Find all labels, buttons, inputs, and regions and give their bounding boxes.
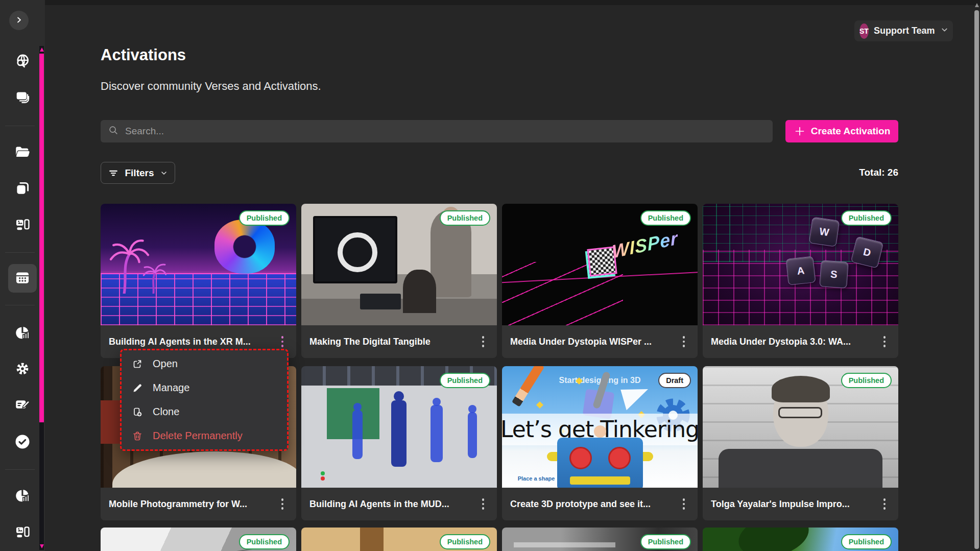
check-circle-icon bbox=[13, 433, 32, 452]
shelf-art bbox=[101, 400, 122, 444]
activation-card[interactable]: Published bbox=[703, 528, 898, 551]
context-menu: Open Manage Clone Delete Permanently bbox=[120, 349, 289, 451]
stacked-cards-icon bbox=[14, 89, 31, 108]
status-badge: Draft bbox=[658, 373, 691, 388]
create-activation-button[interactable]: Create Activation bbox=[785, 120, 898, 142]
sidebar-item-collections[interactable] bbox=[12, 179, 33, 199]
trash-icon bbox=[131, 430, 144, 442]
card-title: Media Under Dystopia WISPer ... bbox=[510, 337, 676, 347]
context-menu-item-delete[interactable]: Delete Permanently bbox=[122, 424, 287, 448]
card-footer: Media Under Dystopia 3.0: WA... bbox=[703, 325, 898, 358]
filters-label: Filters bbox=[125, 167, 154, 179]
sidebar-item-analytics[interactable] bbox=[12, 323, 33, 344]
user-menu[interactable]: ST Support Team bbox=[854, 20, 953, 41]
page-title: Activations bbox=[101, 46, 186, 64]
axis-marker-art bbox=[321, 476, 325, 481]
card-menu-button[interactable] bbox=[676, 331, 691, 352]
chevron-right-icon bbox=[15, 16, 23, 26]
sidebar-item-reports[interactable] bbox=[12, 486, 33, 507]
page-scrollbar-thumb[interactable] bbox=[974, 10, 979, 549]
sidebar bbox=[0, 0, 45, 551]
status-badge: Published bbox=[440, 373, 490, 388]
folder-open-icon bbox=[14, 143, 31, 162]
activation-card[interactable]: Published bbox=[502, 528, 698, 551]
robot-art bbox=[557, 438, 643, 488]
card-footer: Mobile Photogrammetry for W... bbox=[101, 488, 296, 520]
pie-chart-bars-icon bbox=[14, 324, 31, 343]
wisper-art-text: WISPer bbox=[611, 227, 679, 263]
chevron-down-icon bbox=[160, 169, 168, 177]
gear-icon bbox=[14, 360, 31, 379]
activation-card[interactable]: Start designing in 3D Let’s get Tinkerin… bbox=[502, 366, 698, 520]
card-footer: Media Under Dystopia WISPer ... bbox=[502, 325, 698, 358]
pie-chart-bars-icon bbox=[14, 487, 31, 506]
sidebar-item-gallery[interactable] bbox=[12, 523, 33, 543]
card-menu-button[interactable] bbox=[275, 493, 290, 515]
keycap-art: A bbox=[785, 256, 816, 285]
card-title: Building AI Agents in the XR M... bbox=[109, 337, 275, 347]
sidebar-item-discover[interactable] bbox=[12, 52, 33, 72]
sidebar-item-licenses[interactable] bbox=[12, 395, 33, 415]
page-scrollbar[interactable] bbox=[974, 0, 979, 551]
scroll-up-arrow[interactable] bbox=[975, 3, 979, 7]
activation-card[interactable]: Published bbox=[101, 528, 296, 551]
sidebar-item-verses[interactable] bbox=[12, 88, 33, 108]
activation-card[interactable]: Published Tolga Yayalar's Impulse Impro.… bbox=[703, 366, 898, 520]
context-menu-label: Clone bbox=[153, 406, 179, 418]
activation-card[interactable]: W A S D Published Media Under Dystopia 3… bbox=[703, 204, 898, 358]
paper-plane-art bbox=[621, 382, 653, 411]
sidebar-scrollbar[interactable] bbox=[39, 46, 44, 550]
sidebar-item-files[interactable] bbox=[12, 142, 33, 163]
thumbnail-hint-text: Place a shape bbox=[518, 475, 555, 482]
status-badge: Published bbox=[239, 534, 290, 549]
search-input[interactable] bbox=[124, 125, 766, 137]
context-menu-item-manage[interactable]: Manage bbox=[122, 376, 287, 400]
user-name: Support Team bbox=[874, 26, 935, 36]
sidebar-item-media[interactable] bbox=[12, 215, 33, 236]
sidebar-expand-button[interactable] bbox=[9, 11, 29, 30]
sidebar-item-approvals[interactable] bbox=[12, 432, 33, 452]
plus-icon bbox=[794, 125, 806, 137]
pencil-icon bbox=[131, 382, 144, 394]
filter-icon bbox=[108, 167, 119, 179]
palm-trees-art bbox=[105, 219, 171, 294]
card-menu-button[interactable] bbox=[475, 493, 491, 515]
portrait-art bbox=[773, 378, 828, 447]
status-badge: Published bbox=[841, 210, 892, 226]
sidebar-divider bbox=[5, 305, 35, 305]
filters-button[interactable]: Filters bbox=[101, 162, 175, 184]
card-menu-button[interactable] bbox=[877, 331, 892, 352]
sparkle-art bbox=[536, 401, 543, 409]
copy-pages-icon bbox=[14, 180, 31, 199]
context-menu-item-clone[interactable]: Clone bbox=[122, 400, 287, 424]
clone-icon bbox=[131, 406, 144, 418]
card-menu-button[interactable] bbox=[676, 493, 691, 515]
card-title: Mobile Photogrammetry for W... bbox=[109, 499, 275, 510]
activation-card[interactable]: Published Building AI Agents in the MUD.… bbox=[301, 366, 497, 520]
sidebar-divider bbox=[5, 469, 35, 470]
activation-card[interactable]: Published Making The Digital Tangible bbox=[301, 204, 497, 358]
card-footer: Tolga Yayalar's Impulse Impro... bbox=[703, 488, 898, 520]
card-menu-button[interactable] bbox=[877, 493, 892, 515]
card-title: Create 3D prototype and see it... bbox=[510, 499, 676, 510]
sidebar-item-settings[interactable] bbox=[12, 359, 33, 379]
activation-card[interactable]: Published Building AI Agents in the XR M… bbox=[101, 204, 296, 358]
calendar-grid-icon bbox=[14, 269, 31, 288]
activation-card[interactable]: Published bbox=[301, 528, 497, 551]
total-count: Total: 26 bbox=[796, 167, 898, 178]
status-badge: Published bbox=[640, 210, 691, 226]
scroll-up-arrow[interactable] bbox=[40, 47, 44, 52]
card-menu-button[interactable] bbox=[475, 331, 491, 352]
card-title: Building AI Agents in the MUD... bbox=[309, 499, 475, 510]
person-art bbox=[403, 270, 436, 314]
keycap-art: D bbox=[850, 236, 883, 269]
sidebar-scrollbar-thumb[interactable] bbox=[39, 54, 44, 422]
context-menu-item-open[interactable]: Open bbox=[122, 352, 287, 376]
context-menu-label: Delete Permanently bbox=[153, 430, 243, 442]
keycap-art: S bbox=[819, 260, 848, 289]
activation-card[interactable]: WISPer Published Media Under Dystopia WI… bbox=[502, 204, 698, 358]
monitor-art bbox=[313, 216, 397, 283]
avatar: ST bbox=[859, 23, 869, 39]
sidebar-item-activations[interactable] bbox=[12, 268, 33, 289]
scroll-down-arrow[interactable] bbox=[40, 544, 44, 548]
